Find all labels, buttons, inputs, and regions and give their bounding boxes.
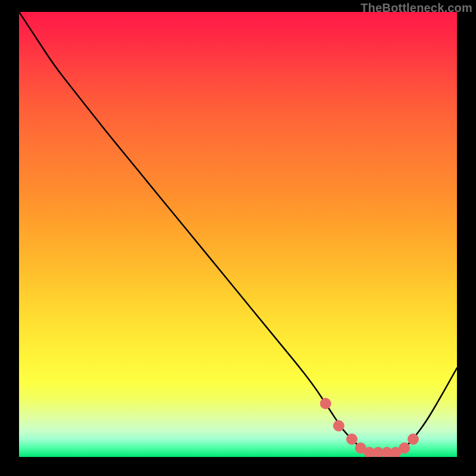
bead-point [346, 434, 357, 444]
chart-stage: TheBottleneck.com [0, 0, 476, 476]
highlight-beads [19, 12, 457, 457]
bead-point [399, 443, 410, 453]
plot-area [19, 12, 457, 457]
bead-point [333, 421, 344, 431]
bead-point [408, 434, 418, 444]
bead-point [320, 398, 331, 409]
